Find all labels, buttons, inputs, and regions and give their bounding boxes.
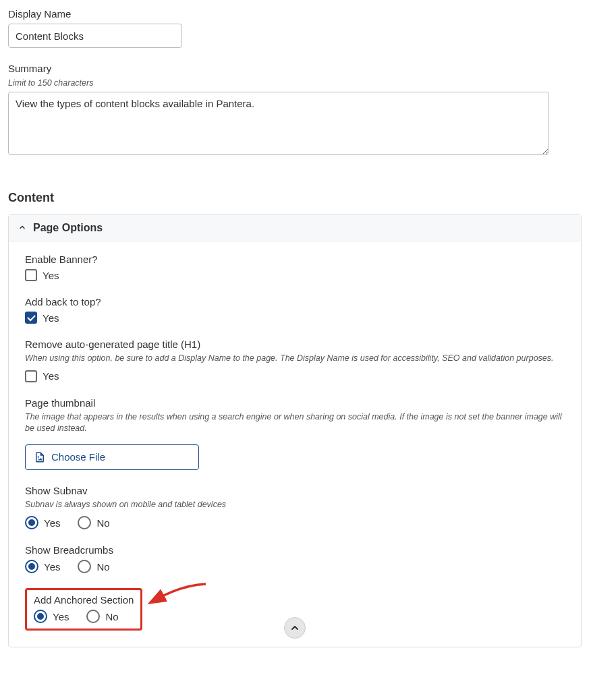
show-subnav-radio-yes[interactable] (25, 516, 38, 529)
remove-h1-checkbox[interactable] (25, 370, 37, 382)
page-thumbnail-hint: The image that appears in the results wh… (25, 411, 565, 435)
back-to-top-option: Add back to top? Yes (25, 296, 565, 324)
show-breadcrumbs-radio-yes[interactable] (25, 560, 38, 573)
remove-h1-label: Remove auto-generated page title (H1) (25, 339, 565, 350)
show-subnav-hint: Subnav is always shown on mobile and tab… (25, 499, 565, 511)
show-breadcrumbs-option: Show Breadcrumbs Yes No (25, 544, 565, 573)
show-subnav-yes-label: Yes (44, 517, 60, 529)
scroll-to-top-button[interactable] (284, 617, 306, 639)
remove-h1-choice-label: Yes (43, 370, 59, 382)
file-image-icon (34, 451, 46, 463)
remove-h1-hint: When using this option, be sure to add a… (25, 353, 565, 365)
summary-field: Summary Limit to 150 characters (8, 63, 583, 157)
show-breadcrumbs-no-label: No (96, 561, 109, 573)
back-to-top-label: Add back to top? (25, 296, 565, 308)
anchored-section-radio-no[interactable] (86, 610, 100, 623)
choose-file-label: Choose File (51, 451, 105, 463)
anchored-section-radio-yes[interactable] (34, 610, 47, 623)
display-name-input[interactable] (8, 24, 182, 48)
show-subnav-radio-no[interactable] (78, 516, 91, 529)
chevron-up-icon (289, 622, 300, 633)
enable-banner-option: Enable Banner? Yes (25, 254, 565, 281)
page-options-title: Page Options (33, 222, 103, 234)
show-breadcrumbs-radio-no[interactable] (78, 560, 91, 573)
enable-banner-label: Enable Banner? (25, 254, 565, 265)
display-name-field: Display Name (8, 8, 583, 48)
back-to-top-checkbox[interactable] (25, 312, 37, 324)
page-options-panel: Page Options Enable Banner? Yes Add back… (8, 214, 582, 647)
enable-banner-choice-label: Yes (43, 270, 59, 281)
page-thumbnail-option: Page thumbnail The image that appears in… (25, 397, 565, 470)
anchored-section-no-label: No (105, 611, 118, 622)
show-subnav-label: Show Subnav (25, 485, 565, 496)
anchored-section-yes-label: Yes (53, 611, 69, 622)
chevron-up-icon (18, 222, 26, 234)
display-name-label: Display Name (8, 8, 583, 20)
enable-banner-checkbox[interactable] (25, 269, 37, 281)
page-thumbnail-label: Page thumbnail (25, 397, 565, 409)
anchored-section-highlight: Add Anchored Section Yes No (25, 588, 142, 631)
summary-label: Summary (8, 63, 583, 74)
show-subnav-no-label: No (96, 517, 109, 529)
back-to-top-choice-label: Yes (43, 312, 59, 324)
anchored-section-label: Add Anchored Section (34, 594, 134, 606)
choose-file-button[interactable]: Choose File (25, 444, 199, 470)
summary-hint: Limit to 150 characters (8, 78, 583, 88)
remove-h1-option: Remove auto-generated page title (H1) Wh… (25, 339, 565, 382)
show-breadcrumbs-yes-label: Yes (44, 561, 60, 573)
page-options-header[interactable]: Page Options (9, 215, 581, 241)
show-breadcrumbs-label: Show Breadcrumbs (25, 544, 565, 556)
summary-textarea[interactable] (8, 92, 549, 155)
content-section-title: Content (8, 191, 583, 205)
annotation-arrow-icon (145, 580, 213, 607)
show-subnav-option: Show Subnav Subnav is always shown on mo… (25, 485, 565, 530)
